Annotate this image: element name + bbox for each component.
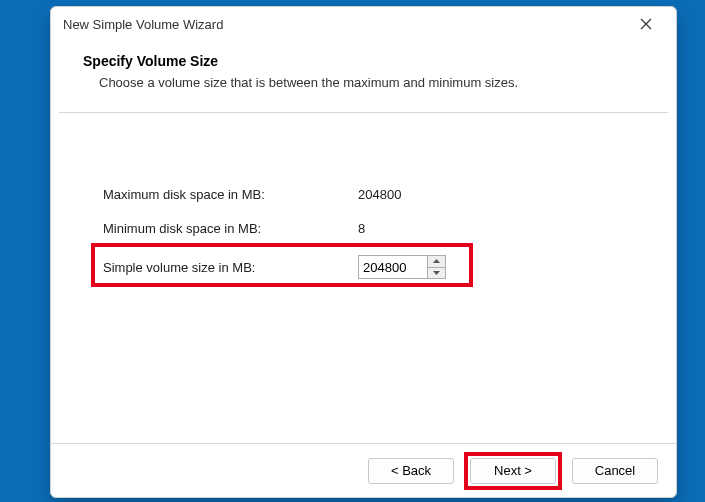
volume-size-spinner (358, 255, 446, 279)
close-button[interactable] (628, 10, 664, 38)
next-button[interactable]: Next > (470, 458, 556, 484)
page-subheading: Choose a volume size that is between the… (83, 75, 644, 90)
row-max-disk-space: Maximum disk space in MB: 204800 (103, 187, 478, 202)
back-button[interactable]: < Back (368, 458, 454, 484)
min-disk-value: 8 (358, 221, 478, 236)
content-area: Maximum disk space in MB: 204800 Minimum… (51, 113, 676, 443)
page-heading: Specify Volume Size (83, 53, 644, 69)
min-disk-label: Minimum disk space in MB: (103, 221, 358, 236)
wizard-window: New Simple Volume Wizard Specify Volume … (50, 6, 677, 498)
volume-size-input[interactable] (359, 256, 427, 278)
titlebar: New Simple Volume Wizard (51, 7, 676, 41)
max-disk-label: Maximum disk space in MB: (103, 187, 358, 202)
row-min-disk-space: Minimum disk space in MB: 8 (103, 221, 478, 236)
annotation-highlight-next-button: Next > (464, 452, 562, 490)
button-bar: < Back Next > Cancel (51, 443, 676, 497)
spinner-up-button[interactable] (428, 256, 445, 268)
spinner-buttons (427, 256, 445, 278)
chevron-down-icon (433, 271, 440, 275)
max-disk-value: 204800 (358, 187, 478, 202)
volume-size-label: Simple volume size in MB: (103, 260, 358, 275)
spinner-down-button[interactable] (428, 268, 445, 279)
row-volume-size: Simple volume size in MB: (103, 253, 446, 281)
window-title: New Simple Volume Wizard (63, 17, 628, 32)
wizard-header: Specify Volume Size Choose a volume size… (51, 41, 676, 106)
close-icon (640, 18, 652, 30)
cancel-button[interactable]: Cancel (572, 458, 658, 484)
chevron-up-icon (433, 259, 440, 263)
